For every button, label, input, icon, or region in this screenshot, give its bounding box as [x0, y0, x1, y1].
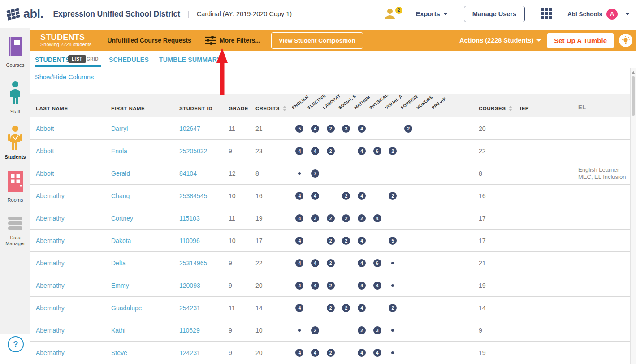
subject-slot: [416, 147, 432, 155]
subject-slot: [338, 349, 354, 357]
subject-slot: [369, 304, 385, 312]
sidebar-item-students[interactable]: Students: [0, 125, 30, 160]
subject-badges: 44246: [292, 259, 447, 267]
course-count-badge: 4: [358, 349, 366, 357]
subject-slot: [401, 259, 416, 267]
grid-view-toggle[interactable]: GRID: [87, 56, 99, 61]
actions-label: Actions (2228 Students): [459, 37, 533, 44]
unfulfilled-course-requests-link[interactable]: Unfulfilled Course Requests: [107, 37, 191, 44]
tab-schedules[interactable]: SCHEDULES: [109, 56, 149, 63]
grade-cell: 11: [229, 215, 255, 222]
student-first-name-link[interactable]: Chang: [111, 192, 179, 199]
student-first-name-link[interactable]: Cortney: [111, 215, 179, 222]
student-last-name-link[interactable]: Abernathy: [36, 260, 111, 267]
sidebar-item-staff[interactable]: Staff: [0, 81, 30, 115]
scrollbar-up-arrow[interactable]: [632, 71, 635, 74]
subject-slot: 2: [307, 326, 323, 334]
subject-slot: [416, 259, 432, 267]
abl-logo[interactable]: abl.: [6, 5, 43, 22]
student-id-link[interactable]: 25205032: [179, 147, 229, 155]
student-last-name-link[interactable]: Abernathy: [36, 237, 111, 244]
student-first-name-link[interactable]: Dakota: [111, 237, 179, 244]
student-last-name-link[interactable]: Abernathy: [36, 327, 111, 334]
column-header-credits[interactable]: CREDITS: [255, 106, 292, 111]
student-id-link[interactable]: 84104: [179, 170, 229, 177]
student-last-name-link[interactable]: Abernathy: [36, 349, 111, 356]
show-hide-columns-link[interactable]: Show/Hide Columns: [35, 74, 94, 81]
subject-slot: [432, 169, 447, 178]
student-id-link[interactable]: 254231: [179, 304, 229, 312]
student-last-name-link[interactable]: Abernathy: [36, 215, 111, 222]
academic-year-context: Cardinal (AY: 2019-2020 Copy 1): [197, 10, 292, 17]
user-notifications-icon[interactable]: 2: [385, 8, 402, 20]
list-view-toggle[interactable]: LIST: [68, 55, 86, 63]
student-id-link[interactable]: 25384545: [179, 192, 229, 199]
sidebar-item-courses[interactable]: Courses: [0, 36, 30, 68]
subject-column-label[interactable]: ENGLISH: [291, 94, 309, 110]
view-student-composition-button[interactable]: View Student Composition: [271, 32, 363, 49]
student-id-link[interactable]: 115103: [179, 215, 229, 222]
student-first-name-link[interactable]: Steve: [111, 349, 179, 356]
subject-slot: 4: [354, 192, 370, 200]
course-count-badge: 4: [295, 192, 303, 200]
course-count-badge: 4: [295, 147, 303, 155]
student-id-link[interactable]: 110096: [179, 237, 229, 244]
student-first-name-link[interactable]: Guadalupe: [111, 304, 179, 312]
scrollbar-thumb[interactable]: [632, 76, 635, 116]
student-first-name-link[interactable]: Gerald: [111, 170, 179, 177]
manage-users-button[interactable]: Manage Users: [464, 6, 525, 22]
student-id-link[interactable]: 25314965: [179, 260, 229, 267]
student-last-name-link[interactable]: Abbott: [36, 170, 111, 177]
student-id-link[interactable]: 110629: [179, 327, 229, 334]
sort-arrows-icon[interactable]: [283, 106, 286, 111]
column-header-last-name[interactable]: LAST NAME: [36, 106, 111, 111]
subject-slot: [416, 192, 432, 200]
sidebar-item-rooms[interactable]: Rooms: [0, 170, 30, 203]
tips-button[interactable]: [619, 34, 632, 47]
subject-slot: 4: [354, 349, 370, 357]
exports-dropdown[interactable]: Exports: [416, 10, 448, 17]
course-count-badge: 4: [295, 237, 303, 245]
vertical-scrollbar[interactable]: [630, 68, 636, 364]
student-last-name-link[interactable]: Abernathy: [36, 192, 111, 199]
set-up-a-tumble-button[interactable]: Set Up A Tumble: [547, 33, 614, 48]
account-menu[interactable]: Abl Schools A: [567, 9, 630, 20]
subject-slot: [432, 214, 447, 222]
help-button[interactable]: ?: [8, 336, 24, 352]
course-count-badge: 5: [295, 125, 303, 133]
column-header-el[interactable]: EL: [578, 104, 630, 111]
tab-tumble-summary[interactable]: TUMBLE SUMMARY: [159, 56, 221, 63]
column-header-iep[interactable]: IEP: [520, 106, 578, 111]
student-id-link[interactable]: 124231: [179, 349, 229, 356]
student-first-name-link[interactable]: Darryl: [111, 125, 179, 132]
chevron-down-icon: [443, 13, 448, 15]
course-count-badge: 2: [389, 147, 397, 155]
sort-arrows-icon[interactable]: [509, 106, 512, 111]
student-last-name-link[interactable]: Abbott: [36, 147, 111, 155]
student-id-link[interactable]: 102647: [179, 125, 229, 132]
actions-dropdown[interactable]: Actions (2228 Students): [459, 37, 541, 44]
student-id-link[interactable]: 120093: [179, 282, 229, 289]
course-count-badge: 4: [358, 192, 366, 200]
column-header-first-name[interactable]: FIRST NAME: [111, 106, 179, 111]
courses-cell: 20: [479, 125, 520, 132]
subject-slot: [385, 326, 401, 334]
column-header-student-id[interactable]: STUDENT ID: [179, 106, 229, 111]
student-first-name-link[interactable]: Delta: [111, 260, 179, 267]
column-header-grade[interactable]: GRADE: [229, 106, 255, 111]
student-first-name-link[interactable]: Emmy: [111, 282, 179, 289]
credits-cell: 22: [255, 260, 292, 267]
sidebar-item-data-manager[interactable]: Data Manager: [0, 217, 30, 247]
student-last-name-link[interactable]: Abernathy: [36, 304, 111, 312]
subject-slot: [385, 214, 401, 222]
subject-slot: 4: [292, 214, 307, 222]
subject-slot: 3: [338, 125, 354, 133]
app-grid-icon[interactable]: [541, 8, 552, 21]
student-first-name-link[interactable]: Kathi: [111, 327, 179, 334]
column-header-courses[interactable]: COURSES: [479, 106, 520, 111]
student-last-name-link[interactable]: Abernathy: [36, 282, 111, 289]
tab-students[interactable]: STUDENTS: [35, 56, 70, 63]
student-last-name-link[interactable]: Abbott: [36, 125, 111, 132]
more-filters-button[interactable]: More Filters...: [205, 35, 260, 45]
student-first-name-link[interactable]: Enola: [111, 147, 179, 155]
